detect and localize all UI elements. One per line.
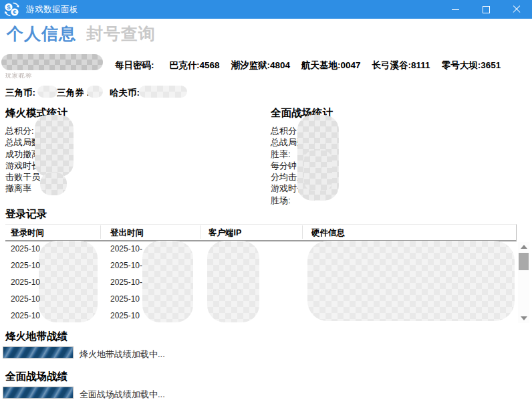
scroll-down-icon xyxy=(521,316,527,320)
currency-label-triangle-ticket: 三角券 : xyxy=(57,87,90,99)
password-entry: 长弓溪谷:8111 xyxy=(372,60,430,72)
column-header-login-time[interactable]: 登录时间 xyxy=(11,227,44,239)
login-time-cell: 2025-10 xyxy=(11,294,40,304)
password-entry: 巴克什:4568 xyxy=(170,60,220,72)
svg-text:€: € xyxy=(13,8,17,15)
close-button[interactable] xyxy=(501,0,532,19)
fire-zone-progress-bar xyxy=(3,346,74,358)
maximize-button[interactable] xyxy=(471,0,501,19)
currency-label-havre-coin: 哈夫币: xyxy=(110,87,140,99)
stats-values-redacted xyxy=(304,150,332,191)
table-scrollbar[interactable] xyxy=(518,242,529,323)
scroll-up-icon xyxy=(521,245,527,249)
tab-ban-query[interactable]: 封号查询 xyxy=(86,23,156,45)
battlefield-progress-bar xyxy=(3,387,74,399)
login-time-cell: 2025-10 xyxy=(11,278,40,287)
tab-personal-info[interactable]: 个人信息 xyxy=(7,23,76,45)
minimize-icon xyxy=(452,9,459,10)
fire-zone-loading-status: 烽火地带战绩加载中... xyxy=(80,348,165,360)
password-entry: 零号大坝:3651 xyxy=(442,60,501,72)
currency-value-redacted xyxy=(87,86,103,98)
scrollbar-thumb[interactable] xyxy=(519,253,529,270)
table-row[interactable]: 2025-10 2025-10- xyxy=(5,261,516,274)
column-header-client-ip[interactable]: 客户端IP xyxy=(209,227,241,239)
logout-time-cell: 2025-10- xyxy=(110,244,142,253)
currency-label-triangle-coin: 三角币: xyxy=(5,87,35,99)
password-entry: 航天基地:0047 xyxy=(301,60,361,72)
login-time-cell: 2025-10 xyxy=(11,311,40,320)
login-records-header: 登录时间 登出时间 客户端IP 硬件信息 xyxy=(5,224,517,241)
login-time-cell: 2025-10 xyxy=(11,261,40,270)
table-row[interactable]: 2025-10 2025-10- xyxy=(5,244,516,257)
password-entry: 潮汐监狱:4804 xyxy=(231,60,291,72)
logout-time-cell: 2025-10 xyxy=(110,311,140,320)
login-records-body: 2025-10 2025-10- 2025-10 2025-10- 2025-1… xyxy=(5,241,516,324)
stats-values-redacted xyxy=(40,173,67,195)
column-separator xyxy=(100,225,101,239)
scroll-down-button[interactable] xyxy=(518,314,529,323)
close-icon xyxy=(513,5,521,13)
svg-text:$: $ xyxy=(7,3,11,11)
login-records-title: 登录记录 xyxy=(5,207,47,221)
column-header-hardware[interactable]: 硬件信息 xyxy=(311,227,345,239)
battlefield-results-title: 全面战场战绩 xyxy=(5,370,68,384)
window-controls xyxy=(440,0,532,19)
daily-password-bar: 每日密码: 巴克什:4568 潮汐监狱:4804 航天基地:0047 长弓溪谷:… xyxy=(115,60,501,72)
currency-value-redacted xyxy=(139,86,187,98)
titlebar: $ € 游戏数据面板 xyxy=(0,0,532,19)
stats-values-redacted xyxy=(35,115,74,177)
table-row[interactable]: 2025-10 2025-10- xyxy=(5,278,516,291)
maximize-icon xyxy=(483,6,490,13)
scroll-up-button[interactable] xyxy=(518,242,529,251)
currency-exchange-icon: $ € xyxy=(4,2,20,17)
daily-password-label: 每日密码: xyxy=(115,60,154,72)
player-name-redacted xyxy=(1,54,103,70)
logout-time-cell: 2025-10- xyxy=(110,278,142,287)
column-header-logout-time[interactable]: 登出时间 xyxy=(110,227,144,239)
battlefield-loading-status: 全面战场战绩加载中... xyxy=(80,389,165,401)
column-separator xyxy=(201,225,201,239)
login-time-cell: 2025-10 xyxy=(11,244,40,253)
minimize-button[interactable] xyxy=(440,0,471,19)
player-nickname-caption: 玩家昵称 xyxy=(5,72,32,80)
currency-value-redacted xyxy=(37,86,57,98)
fire-zone-results-title: 烽火地带战绩 xyxy=(5,330,68,344)
logout-time-cell: 2025-10- xyxy=(110,261,142,270)
table-row[interactable]: 2025-10 2025-10 xyxy=(5,294,516,308)
column-separator xyxy=(302,225,303,239)
table-row[interactable]: 2025-10 2025-10 xyxy=(5,311,516,324)
logout-time-cell: 2025-10 xyxy=(110,294,140,304)
tab-bar: 个人信息 封号查询 xyxy=(7,23,156,45)
window-title: 游戏数据面板 xyxy=(26,4,78,15)
